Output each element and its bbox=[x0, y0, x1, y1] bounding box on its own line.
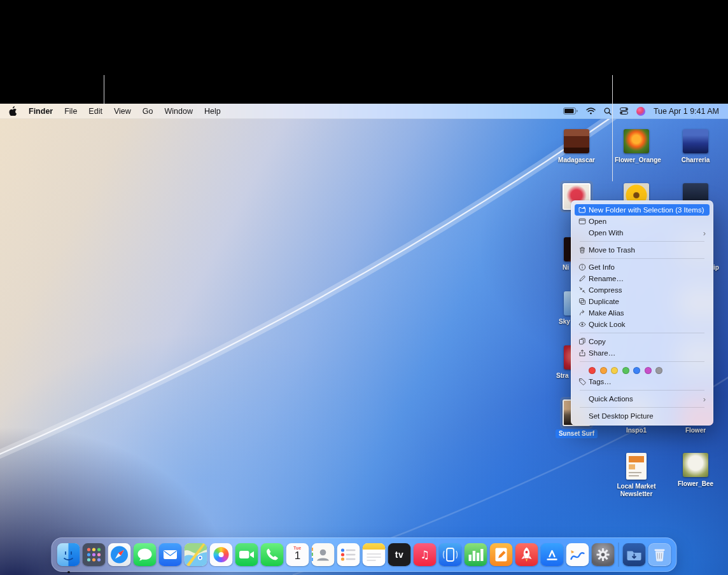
menu-item-get-info[interactable]: Get Info bbox=[575, 261, 710, 273]
menu-item-duplicate[interactable]: Duplicate bbox=[575, 296, 710, 307]
desktop-icon-label-fragment: Stra bbox=[556, 372, 568, 379]
calendar-day: 1 bbox=[286, 550, 309, 562]
menu-item-copy[interactable]: Copy bbox=[575, 336, 710, 347]
dock-phone-icon[interactable] bbox=[261, 543, 284, 566]
dock-trash-icon[interactable] bbox=[648, 543, 671, 566]
menu-item-quick-look[interactable]: Quick Look bbox=[575, 319, 710, 330]
menu-item-quick-actions[interactable]: Quick Actions› bbox=[575, 393, 710, 405]
apple-menu-icon[interactable] bbox=[9, 106, 17, 116]
dock-launchpad-icon[interactable] bbox=[83, 543, 106, 566]
menu-item-tags[interactable]: Tags… bbox=[575, 376, 710, 387]
rename-icon bbox=[578, 275, 589, 282]
dock-right-items bbox=[623, 543, 671, 566]
menu-file[interactable]: File bbox=[64, 107, 77, 116]
dock-music-icon[interactable]: ♫ bbox=[414, 543, 437, 566]
dock-rocket-app-icon[interactable] bbox=[515, 543, 538, 566]
quick-look-icon bbox=[578, 321, 589, 328]
tag-color-purple[interactable] bbox=[645, 367, 652, 374]
desktop-icon-flower-orange[interactable]: Flower_Orange bbox=[614, 129, 659, 164]
menu-item-label: Tags… bbox=[589, 378, 612, 385]
menu-item-label: Copy bbox=[589, 338, 606, 345]
desktop-icon-madagascar[interactable]: Madagascar bbox=[554, 129, 599, 164]
tag-color-green[interactable] bbox=[622, 367, 629, 374]
menu-item-move-to-trash[interactable]: Move to Trash bbox=[575, 244, 710, 256]
dock-finder-icon[interactable] bbox=[57, 543, 80, 566]
menu-item-new-folder-with-selection-3-items[interactable]: New Folder with Selection (3 Items) bbox=[575, 204, 710, 216]
menu-item-label: Quick Actions bbox=[589, 395, 633, 403]
dock-downloads-folder-icon[interactable] bbox=[623, 543, 646, 566]
copy-icon bbox=[578, 338, 589, 345]
menu-separator bbox=[580, 390, 704, 391]
dock: Tue1tv♫ bbox=[52, 537, 677, 572]
menu-finder[interactable]: Finder bbox=[29, 107, 53, 116]
menu-item-open[interactable]: Open bbox=[575, 216, 710, 227]
dock-safari-icon[interactable] bbox=[108, 543, 131, 566]
menu-item-label: Rename… bbox=[589, 275, 624, 282]
tag-color-gray[interactable] bbox=[655, 367, 662, 374]
desktop-icon-label-fragment: Sky bbox=[559, 318, 570, 325]
menu-item-label: Share… bbox=[589, 349, 615, 357]
menu-item-label: Open With bbox=[589, 229, 623, 237]
dock-calendar-icon[interactable]: Tue1 bbox=[286, 543, 309, 566]
menu-item-label: Set Desktop Picture bbox=[589, 412, 654, 420]
info-icon bbox=[578, 263, 589, 271]
menu-separator bbox=[580, 407, 704, 408]
tag-color-red[interactable] bbox=[589, 367, 596, 374]
dock-reminders-icon[interactable] bbox=[337, 543, 360, 566]
menu-help[interactable]: Help bbox=[204, 107, 221, 116]
desktop-icon-label: Local Market Newsletter bbox=[615, 483, 658, 498]
battery-icon[interactable] bbox=[563, 107, 578, 114]
tag-color-blue[interactable] bbox=[633, 367, 640, 374]
siri-icon[interactable] bbox=[636, 107, 645, 116]
dock-facetime-icon[interactable] bbox=[235, 543, 258, 566]
dock-notes-icon[interactable] bbox=[363, 543, 386, 566]
alias-icon bbox=[578, 309, 589, 317]
menu-separator bbox=[580, 333, 704, 333]
tag-color-orange[interactable] bbox=[600, 367, 607, 374]
desktop-icon-flower-bee[interactable]: Flower_Bee bbox=[673, 453, 718, 488]
desktop-icon-label: Madagascar bbox=[558, 156, 595, 164]
context-menu: New Folder with Selection (3 Items)OpenO… bbox=[571, 200, 713, 426]
submenu-chevron-icon: › bbox=[703, 229, 706, 237]
wifi-icon[interactable] bbox=[586, 107, 596, 114]
dock-mail-icon[interactable] bbox=[159, 543, 182, 566]
dock-pages-icon[interactable] bbox=[490, 543, 513, 566]
search-icon[interactable] bbox=[604, 107, 612, 115]
menu-window[interactable]: Window bbox=[164, 107, 192, 116]
dock-app-store-icon[interactable] bbox=[541, 543, 564, 566]
dock-apps: Tue1tv♫ bbox=[57, 543, 615, 566]
menu-separator bbox=[580, 241, 704, 242]
control-center-icon[interactable] bbox=[620, 107, 628, 114]
dock-contacts-icon[interactable] bbox=[312, 543, 335, 566]
desktop-icon-label: Sunset Surf bbox=[556, 429, 598, 438]
menu-item-label: Move to Trash bbox=[589, 246, 635, 254]
menu-item-icon-empty bbox=[578, 229, 589, 237]
menu-item-make-alias[interactable]: Make Alias bbox=[575, 307, 710, 319]
dock-numbers-icon[interactable] bbox=[465, 543, 487, 566]
menu-item-icon-empty bbox=[578, 412, 589, 420]
dock-freeform-icon[interactable] bbox=[566, 543, 589, 566]
menu-item-set-desktop-picture[interactable]: Set Desktop Picture bbox=[575, 410, 710, 422]
dock-photos-icon[interactable] bbox=[210, 543, 233, 566]
dock-apple-tv-icon[interactable]: tv bbox=[388, 543, 411, 566]
menu-go[interactable]: Go bbox=[143, 107, 153, 116]
menu-view[interactable]: View bbox=[114, 107, 131, 116]
menu-item-rename[interactable]: Rename… bbox=[575, 273, 710, 284]
apple-tv-glyph: tv bbox=[388, 543, 411, 566]
desktop-icon-local-market-newsletter[interactable]: Local Market Newsletter bbox=[614, 453, 659, 498]
menu-item-compress[interactable]: Compress bbox=[575, 284, 710, 296]
menu-edit[interactable]: Edit bbox=[88, 107, 102, 116]
thumbnail-newsletter bbox=[626, 453, 647, 480]
menu-bar-clock[interactable]: Tue Apr 1 9:41 AM bbox=[654, 107, 719, 116]
tag-color-yellow[interactable] bbox=[611, 367, 618, 374]
menu-item-share[interactable]: Share… bbox=[575, 347, 710, 359]
tag-colors-row bbox=[575, 364, 710, 376]
dock-system-settings-icon[interactable] bbox=[592, 543, 615, 566]
dock-maps-icon[interactable] bbox=[185, 543, 207, 566]
menu-item-open-with[interactable]: Open With› bbox=[575, 227, 710, 239]
desktop-icon-charreria[interactable]: Charreria bbox=[673, 129, 718, 164]
dock-messages-icon[interactable] bbox=[134, 543, 157, 566]
menu-item-label: Make Alias bbox=[589, 309, 624, 317]
callout-line-right bbox=[612, 75, 613, 181]
dock-iphone-mirroring-icon[interactable] bbox=[439, 543, 462, 566]
